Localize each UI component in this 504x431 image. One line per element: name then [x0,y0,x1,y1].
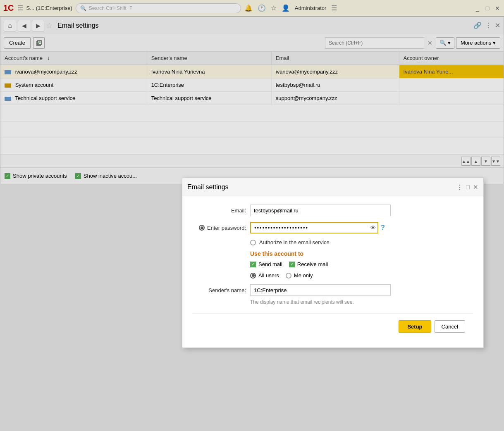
use-account-title: Use this account to [250,250,473,257]
email-settings-modal: Email settings ⋮ □ ✕ Email: Enter passwo… [182,178,484,348]
password-row: 👁 ? [250,222,385,233]
send-mail-label[interactable]: ✓ Send mail [250,261,282,267]
sender-name-row: Sender's name: [192,284,473,296]
password-form-row: Enter password: 👁 ? [192,222,473,233]
send-mail-checkmark: ✓ [250,262,256,267]
all-users-radio[interactable] [250,273,256,279]
authorize-row: Authorize in the email service [250,239,473,245]
modal-footer: Setup Cancel [192,313,473,339]
email-label: Email: [192,207,246,214]
users-row: All users Me only [250,272,473,279]
modal-close-icon[interactable]: ✕ [473,183,478,191]
show-password-icon[interactable]: 👁 [370,224,376,231]
password-input[interactable] [250,222,378,233]
modal-body: Email: Enter password: 👁 ? Authorize in … [182,196,483,348]
modal-more-icon[interactable]: ⋮ [456,183,463,191]
me-only-text: Me only [294,272,313,279]
all-users-text: All users [258,272,279,279]
modal-ctrl-icons: ⋮ □ ✕ [456,183,478,191]
sender-name-label: Sender's name: [192,287,246,293]
password-label: Enter password: [207,225,246,231]
email-form-row: Email: [192,205,473,216]
send-mail-text: Send mail [258,261,282,267]
password-radio[interactable] [199,225,205,231]
me-only-label[interactable]: Me only [286,272,313,279]
modal-title: Email settings [187,183,456,191]
use-account-checkboxes: ✓ Send mail ✓ Receive mail [250,261,473,267]
authorize-label: Authorize in the email service [259,239,330,245]
password-radio-label: Enter password: [192,225,246,231]
setup-button[interactable]: Setup [399,320,431,333]
email-input[interactable] [250,205,391,216]
sender-name-hint: The display name that email recipients w… [250,299,473,305]
authorize-radio[interactable] [250,240,256,245]
receive-mail-text: Receive mail [297,261,328,267]
sender-name-input[interactable] [250,284,391,296]
help-icon[interactable]: ? [381,224,385,231]
me-only-radio[interactable] [286,273,291,279]
password-input-wrap: 👁 [250,222,378,233]
receive-mail-label[interactable]: ✓ Receive mail [289,261,328,267]
modal-maximize-icon[interactable]: □ [466,183,470,191]
receive-mail-checkmark: ✓ [289,262,295,267]
modal-header: Email settings ⋮ □ ✕ [182,178,483,196]
cancel-button[interactable]: Cancel [435,320,465,333]
all-users-label[interactable]: All users [250,272,279,279]
